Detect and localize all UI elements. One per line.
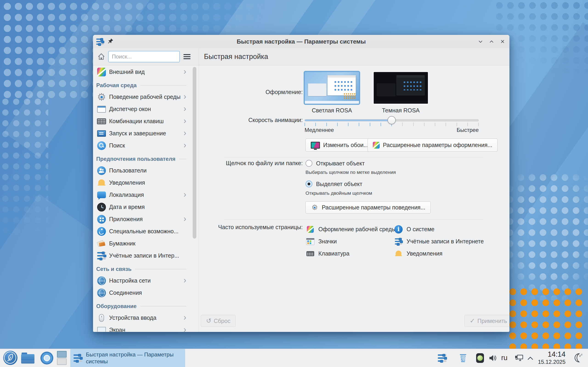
sidebar-item-input-devices[interactable]: Устройства ввода › bbox=[93, 312, 199, 324]
sidebar-item-accessibility[interactable]: Специальные возможно... bbox=[93, 225, 199, 237]
sidebar-item-network-settings[interactable]: Настройка сети › bbox=[93, 275, 199, 287]
reset-button[interactable]: ↺ Сброс bbox=[201, 315, 236, 327]
radio-selected-icon[interactable] bbox=[305, 181, 312, 187]
rosa-menu-icon[interactable] bbox=[3, 351, 17, 366]
radio-option-open-description: Выбирать щелчком по метке выделения bbox=[305, 169, 396, 175]
info-icon bbox=[394, 225, 403, 234]
frequent-page-about[interactable]: О системе bbox=[394, 223, 484, 235]
desktop-pager[interactable] bbox=[57, 351, 67, 365]
sidebar-item-search[interactable]: Поиск › bbox=[93, 140, 199, 152]
file-manager-icon[interactable] bbox=[21, 352, 35, 364]
maximize-icon[interactable] bbox=[488, 38, 495, 45]
session-indicator-icon[interactable] bbox=[476, 353, 484, 363]
advanced-behavior-button[interactable]: ⚙ Расширенные параметры поведения... bbox=[305, 201, 431, 214]
minimize-icon[interactable] bbox=[477, 38, 484, 45]
frequent-page-keyboard[interactable]: Клавиатура bbox=[305, 248, 396, 260]
sidebar-item-users[interactable]: Пользователи bbox=[93, 165, 199, 177]
trash-icon[interactable] bbox=[458, 353, 468, 364]
sliders-icon bbox=[395, 238, 402, 244]
svg-text:z: z bbox=[581, 353, 582, 356]
sidebar-item-window-manager[interactable]: Диспетчер окон › bbox=[93, 103, 199, 115]
advanced-appearance-button[interactable]: Расширенные параметры оформления... bbox=[367, 139, 498, 152]
sidebar-item-notifications[interactable]: Уведомления bbox=[93, 177, 199, 189]
radio-icon[interactable] bbox=[305, 160, 312, 167]
icons-grid-icon bbox=[306, 238, 314, 245]
sidebar-section-workspace: Рабочая среда bbox=[93, 80, 199, 91]
mouse-icon bbox=[99, 314, 104, 322]
taskbar: Быстрая настройка — Параметры системы ru… bbox=[0, 349, 588, 367]
radio-option-select-description: Открывать двойным щелчком bbox=[305, 190, 372, 196]
sidebar-item-applications[interactable]: Приложения › bbox=[93, 213, 199, 225]
network-icon[interactable] bbox=[515, 353, 524, 364]
frequent-page-online-accounts[interactable]: Учётные записи в Интернете bbox=[394, 235, 484, 248]
theme-dark-label: Темная ROSA bbox=[372, 107, 430, 114]
gear-icon: ⚙ bbox=[96, 92, 107, 102]
task-button-system-settings[interactable]: Быстрая настройка — Параметры системы bbox=[70, 349, 185, 367]
theme-light-preview[interactable] bbox=[304, 71, 360, 105]
pin-icon[interactable] bbox=[107, 38, 114, 45]
volume-icon[interactable] bbox=[488, 354, 498, 363]
globe-icon bbox=[97, 289, 106, 297]
sidebar-item-wallet[interactable]: Бумажник bbox=[93, 237, 199, 250]
tray-settings-sliders-icon[interactable] bbox=[438, 354, 447, 362]
check-icon: ✓ bbox=[470, 318, 475, 324]
sidebar-item-shortcuts[interactable]: Комбинации клавиш › bbox=[93, 115, 199, 127]
clock-icon bbox=[97, 203, 106, 211]
frequent-page-icons[interactable]: Значки bbox=[305, 235, 396, 248]
radio-option-select[interactable]: Выделяет объект bbox=[305, 181, 363, 187]
sidebar-item-display[interactable]: Экран › bbox=[93, 324, 199, 332]
gear-icon: ⚙ bbox=[311, 204, 319, 211]
chevron-right-icon: › bbox=[183, 215, 186, 223]
sidebar-section-network: Сеть и связь bbox=[93, 264, 199, 275]
night-mode-icon[interactable]: zz bbox=[573, 352, 584, 365]
sidebar-item-label: Внешний вид bbox=[109, 69, 145, 75]
change-wallpaper-button[interactable]: Изменить обои... bbox=[305, 139, 374, 152]
sidebar-item-workspace-behavior[interactable]: ⚙ Поведение рабочей среды › bbox=[93, 91, 199, 103]
frequent-page-appearance[interactable]: Оформление рабочей среды bbox=[305, 223, 396, 235]
separator bbox=[224, 219, 484, 220]
frequent-pages-label: Часто используемые страницы: bbox=[199, 224, 303, 231]
appearance-icon bbox=[373, 142, 380, 149]
pager-desktop-1[interactable] bbox=[57, 351, 67, 358]
chevron-right-icon: › bbox=[183, 190, 186, 199]
search-input[interactable] bbox=[108, 51, 180, 62]
browser-icon[interactable] bbox=[40, 352, 53, 365]
sidebar-section-user-prefs: Предпочтения пользователя bbox=[93, 153, 199, 165]
window-title: Быстрая настройка — Параметры системы bbox=[93, 38, 510, 45]
click-behavior-label: Щелчок по файлу или папке: bbox=[199, 160, 303, 167]
frequent-page-notifications[interactable]: Уведомления bbox=[394, 248, 484, 260]
expand-tray-icon[interactable] bbox=[527, 356, 534, 362]
animation-speed-label: Скорость анимации: bbox=[199, 117, 303, 123]
bell-icon bbox=[98, 178, 105, 187]
sidebar-item-online-accounts[interactable]: Учётные записи в Интер... bbox=[93, 250, 199, 262]
sidebar-scrollbar[interactable] bbox=[193, 67, 196, 239]
titlebar[interactable]: Быстрая настройка — Параметры системы bbox=[93, 35, 510, 48]
apply-button[interactable]: ✓ Применить bbox=[464, 315, 510, 327]
appearance-icon bbox=[307, 226, 314, 233]
sliders-icon bbox=[97, 252, 106, 259]
home-button[interactable] bbox=[96, 52, 106, 61]
sidebar-item-appearance[interactable]: Внешний вид › bbox=[93, 66, 199, 78]
theme-dark-preview[interactable] bbox=[372, 71, 429, 105]
chat-bubble-icon bbox=[97, 192, 106, 198]
pager-desktop-2[interactable] bbox=[57, 358, 67, 365]
menu-icon[interactable] bbox=[183, 54, 190, 59]
sidebar-item-connections[interactable]: Соединения bbox=[93, 287, 199, 299]
bell-icon bbox=[395, 250, 402, 257]
sidebar-item-localization[interactable]: Локализация › bbox=[93, 189, 199, 201]
keyboard-layout-indicator[interactable]: ru bbox=[501, 354, 508, 362]
close-icon[interactable] bbox=[499, 38, 506, 45]
clock[interactable]: 14:14 15.12.2025 bbox=[535, 351, 565, 365]
radio-option-open[interactable]: Открывает объект bbox=[305, 160, 365, 167]
search-icon bbox=[97, 141, 106, 150]
chevron-right-icon: › bbox=[183, 67, 186, 76]
app-sliders-icon bbox=[96, 39, 104, 45]
sidebar-item-datetime[interactable]: Дата и время bbox=[93, 201, 199, 213]
monitor-icon bbox=[97, 130, 106, 137]
page-title: Быстрая настройка bbox=[204, 52, 268, 61]
window-icon bbox=[97, 106, 106, 113]
slider-handle[interactable] bbox=[388, 116, 396, 124]
slider-fast-label: Быстрее bbox=[433, 127, 479, 133]
keyboard-icon bbox=[306, 251, 314, 256]
sidebar-item-startup-shutdown[interactable]: Запуск и завершение › bbox=[93, 127, 199, 140]
